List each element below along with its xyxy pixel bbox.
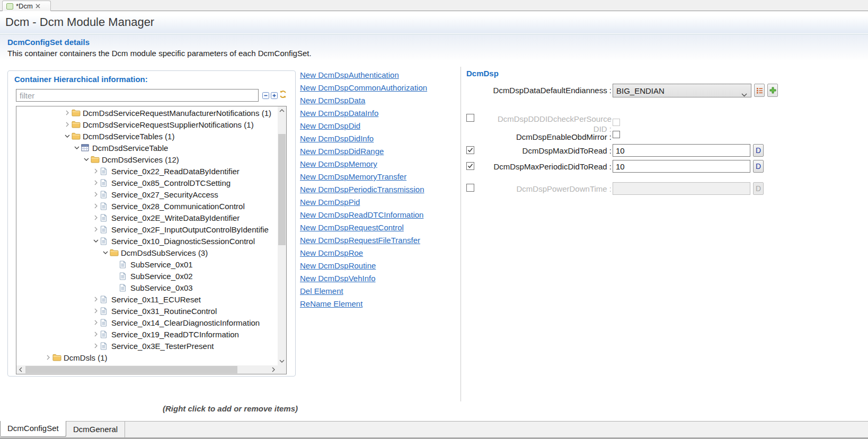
expand-arrow-icon[interactable]: [63, 109, 72, 117]
dcmdspdatadefaultendianness-select[interactable]: BIG_ENDIAN: [613, 84, 751, 97]
refresh-icon[interactable]: [279, 90, 287, 98]
expand-arrow-icon[interactable]: [92, 213, 100, 222]
expand-arrow-icon[interactable]: [92, 202, 100, 210]
page-tab-dcmconfigset[interactable]: DcmConfigSet: [0, 421, 66, 437]
link-rename-element[interactable]: ReName Element: [300, 300, 427, 308]
default-value-button-dcmdsppowerdowntime[interactable]: D: [753, 182, 764, 195]
tree-item-service-0x28-communicationcontrol[interactable]: Service_0x28_CommunicationControl: [17, 200, 277, 212]
tree-item-dcmdsdsubservices-3[interactable]: DcmDsdSubServices (3): [17, 247, 277, 258]
link-new-dcmdspdata[interactable]: New DcmDspData: [300, 96, 427, 104]
link-new-dcmdspauthentication[interactable]: New DcmDspAuthentication: [300, 71, 427, 79]
link-new-dcmdspdatainfo[interactable]: New DcmDspDataInfo: [300, 109, 427, 117]
dcmdspmaxperiodicdidtoread-input[interactable]: [613, 160, 750, 173]
enable-checkbox-dcmdsppowerdowntime[interactable]: [466, 184, 474, 192]
link-new-dcmdspcommonauthorization[interactable]: New DcmDspCommonAuthorization: [300, 84, 427, 92]
tree-item-service-0x3e-testerpresent[interactable]: Service_0x3E_TesterPresent: [17, 340, 277, 352]
close-icon[interactable]: [36, 4, 40, 8]
list-button[interactable]: [754, 84, 765, 97]
tree-item-label: Service_0x10_DiagnosticSessionControl: [111, 237, 255, 246]
link-new-dcmdspmemorytransfer[interactable]: New DcmDspMemoryTransfer: [300, 173, 427, 181]
tree-item-service-0x27-securityaccess[interactable]: Service_0x27_SecurityAccess: [17, 189, 277, 200]
expand-arrow-icon[interactable]: [92, 307, 100, 315]
expand-arrow-icon[interactable]: [92, 178, 100, 187]
page-tab-bar: DcmConfigSetDcmGeneral: [0, 421, 868, 437]
expand-arrow-icon[interactable]: [92, 342, 100, 350]
tree-item-service-0x19-readdtcinformation[interactable]: Service_0x19_ReadDTCInformation: [17, 328, 277, 340]
tree-item-dcmdsdservicerequestmanufacturernotifications-1[interactable]: DcmDsdServiceRequestManufacturerNotifica…: [17, 107, 277, 119]
page-tab-dcmgeneral[interactable]: DcmGeneral: [66, 422, 125, 437]
scroll-down-icon[interactable]: [278, 357, 286, 365]
scroll-right-icon[interactable]: [269, 365, 278, 374]
tree-item-service-0x22-readdatabyidentifier[interactable]: Service_0x22_ReadDataByIdentifier: [17, 165, 277, 177]
link-new-dcmdsproutine[interactable]: New DcmDspRoutine: [300, 262, 427, 270]
collapse-arrow-icon[interactable]: [73, 144, 81, 152]
link-new-dcmdsprequestcontrol[interactable]: New DcmDspRequestControl: [300, 223, 427, 231]
collapse-all-icon[interactable]: [261, 91, 270, 100]
enable-checkbox-dcmdspmaxperiodicdidtoread[interactable]: [466, 162, 474, 170]
tree-item-dcmdsls-1[interactable]: DcmDsls (1): [17, 352, 277, 363]
expand-arrow-icon[interactable]: [92, 295, 100, 303]
link-new-dcmdspperiodictransmission[interactable]: New DcmDspPeriodicTransmission: [300, 185, 427, 193]
add-button[interactable]: [767, 84, 778, 97]
doc-icon: [100, 237, 111, 245]
filter-input[interactable]: [16, 89, 259, 102]
tree-item-subservice-0x03[interactable]: SubService_0x03: [17, 282, 277, 293]
horizontal-scrollbar[interactable]: [16, 365, 278, 374]
link-del-element[interactable]: Del Element: [300, 287, 427, 295]
enable-checkbox-dcmdspdddidcheckpersourcedid[interactable]: [466, 114, 474, 122]
tree-item-service-0x2f-inputoutputcontrolbyidentifie[interactable]: Service_0x2F_InputOutputControlByIdentif…: [17, 223, 277, 235]
tree-item-service-0x11-ecureset[interactable]: Service_0x11_ECUReset: [17, 293, 277, 305]
dcmdspdddidcheckpersourcedid-checkbox[interactable]: [613, 119, 620, 126]
dcmdspenableobdmirror-checkbox[interactable]: [613, 131, 620, 138]
link-new-dcmdsppid[interactable]: New DcmDspPid: [300, 198, 427, 206]
scroll-left-icon[interactable]: [16, 365, 25, 374]
collapse-arrow-icon[interactable]: [82, 155, 91, 164]
link-new-dcmdspdidinfo[interactable]: New DcmDspDidInfo: [300, 135, 427, 142]
expand-arrow-icon[interactable]: [92, 225, 100, 234]
enable-checkbox-dcmdspmaxdidtoread[interactable]: [466, 146, 474, 154]
tree-item-dcmdsdservicetable[interactable]: DcmDsdServiceTable: [17, 142, 277, 154]
link-new-dcmdspdidrange[interactable]: New DcmDspDidRange: [300, 147, 427, 155]
default-value-button-dcmdspmaxdidtoread[interactable]: D: [753, 144, 764, 157]
tree-item-service-0x10-diagnosticsessioncontrol[interactable]: Service_0x10_DiagnosticSessionControl: [17, 235, 277, 247]
tree-item-subservice-0x02[interactable]: SubService_0x02: [17, 270, 277, 282]
default-value-button-dcmdspmaxperiodicdidtoread[interactable]: D: [753, 160, 764, 173]
tree-item-service-0x31-routinecontrol[interactable]: Service_0x31_RoutineControl: [17, 305, 277, 317]
link-new-dcmdspmemory[interactable]: New DcmDspMemory: [300, 160, 427, 168]
dcmdsppowerdowntime-input[interactable]: [613, 182, 750, 195]
dcmdspmaxdidtoread-input[interactable]: [613, 144, 750, 157]
tree-item-label: SubService_0x01: [130, 260, 193, 269]
editor-tab-dcm[interactable]: *Dcm: [2, 1, 51, 11]
link-new-dcmdspdid[interactable]: New DcmDspDid: [300, 122, 427, 130]
collapse-arrow-icon[interactable]: [92, 237, 100, 245]
doc-icon: [100, 330, 111, 338]
expand-arrow-icon[interactable]: [92, 167, 100, 175]
tree-item-service-0x85-controldtcsetting[interactable]: Service_0x85_ControlDTCSetting: [17, 177, 277, 189]
vertical-scroll-thumb[interactable]: [278, 134, 286, 245]
tree-item-label: DcmDsdServiceRequestManufacturerNotifica…: [82, 109, 271, 118]
link-new-dcmdsproe[interactable]: New DcmDspRoe: [300, 249, 427, 257]
tree-item-dcmdsdservices-12[interactable]: DcmDsdServices (12): [17, 154, 277, 165]
tree-item-dcmdsdservicetables-1[interactable]: DcmDsdServiceTables (1): [17, 130, 277, 142]
folder-icon: [91, 156, 101, 163]
expand-arrow-icon[interactable]: [92, 190, 100, 199]
horizontal-scroll-thumb[interactable]: [25, 366, 237, 373]
tree-item-subservice-0x01[interactable]: SubService_0x01: [17, 258, 277, 270]
tree-item-service-0x2e-writedatabyidentifier[interactable]: Service_0x2E_WriteDataByIdentifier: [17, 212, 277, 223]
link-new-dcmdspreaddtcinformation[interactable]: New DcmDspReadDTCInformation: [300, 211, 427, 219]
scroll-up-icon[interactable]: [278, 106, 286, 115]
collapse-arrow-icon[interactable]: [101, 248, 110, 257]
tree-item-dcmdsdservicerequestsuppliernotifications-1[interactable]: DcmDsdServiceRequestSupplierNotification…: [17, 119, 277, 130]
link-new-dcmdsprequestfiletransfer[interactable]: New DcmDspRequestFileTransfer: [300, 236, 427, 244]
tree-item-label: DcmDsdSubServices (3): [120, 248, 208, 257]
expand-arrow-icon[interactable]: [63, 120, 72, 129]
expand-arrow-icon[interactable]: [44, 353, 52, 362]
expand-arrow-icon[interactable]: [92, 330, 100, 338]
tree-item-service-0x14-cleardiagnosticinformation[interactable]: Service_0x14_ClearDiagnosticInformation: [17, 317, 277, 328]
param-enable-column: [466, 144, 478, 155]
expand-arrow-icon[interactable]: [92, 318, 100, 327]
collapse-arrow-icon[interactable]: [63, 132, 72, 140]
expand-all-icon[interactable]: [270, 91, 278, 100]
link-new-dcmdspvehinfo[interactable]: New DcmDspVehInfo: [300, 274, 427, 282]
vertical-scrollbar[interactable]: [278, 106, 286, 365]
